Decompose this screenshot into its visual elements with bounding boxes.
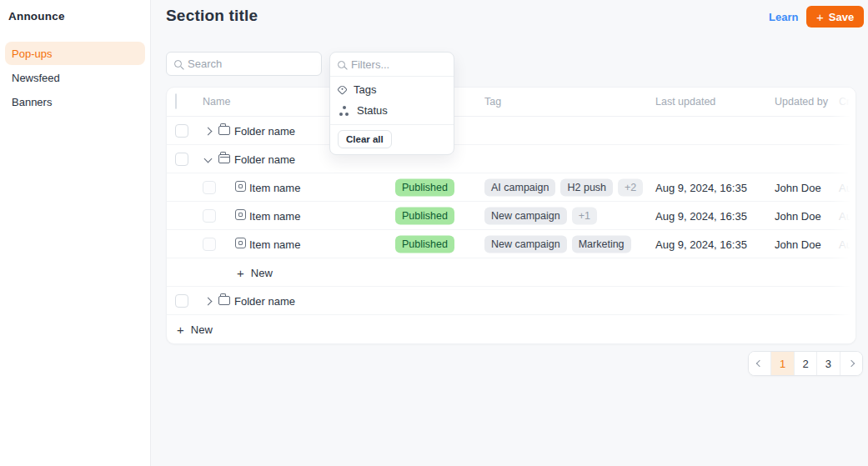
cell-updated-by-wrap: John Doe xyxy=(775,181,821,193)
item-row[interactable]: Item namePublishedAI campaignH2 push+2Au… xyxy=(167,173,855,202)
tag-pill: New campaign xyxy=(484,207,567,224)
plus-icon: + xyxy=(816,11,824,23)
filters-dropdown: TagsStatus Clear all xyxy=(329,52,454,155)
cell-updated-by-wrap: John Doe xyxy=(775,238,821,250)
row-checkbox[interactable] xyxy=(175,153,188,166)
row-checkbox[interactable] xyxy=(203,209,216,223)
item-icon-wrap xyxy=(235,237,246,252)
page-number-3[interactable]: 3 xyxy=(817,352,840,375)
folder-name-label: Folder name xyxy=(234,294,295,307)
item-row[interactable]: Item namePublishedNew campaign+1Aug 9, 2… xyxy=(167,202,855,230)
chevron-right-icon-wrap xyxy=(205,293,211,308)
folder-icon-wrap xyxy=(218,293,230,308)
search-input[interactable] xyxy=(188,58,314,70)
cell-updated-by: John Doe xyxy=(775,209,821,222)
folder-name-label-wrap: Folder name xyxy=(234,294,295,307)
item-name-label-wrap: Item name xyxy=(249,209,300,222)
row-checkbox-wrap xyxy=(203,209,216,223)
chevron-right-icon[interactable] xyxy=(205,293,211,308)
item-name-label: Item name xyxy=(249,209,300,222)
table-body: Folder nameFolder nameItem namePublished… xyxy=(167,117,855,343)
cell-created: Aug xyxy=(839,209,856,222)
status-badge: Published xyxy=(395,235,454,253)
status-icon xyxy=(339,105,349,116)
folder-row[interactable]: Folder name xyxy=(167,145,855,173)
item-name-label-wrap: Item name xyxy=(249,181,300,193)
cell-created-wrap: Aug xyxy=(839,238,856,250)
item-name-label-wrap: Item name xyxy=(249,238,300,250)
folder-row[interactable]: Folder name xyxy=(167,287,855,315)
learn-link[interactable]: Learn xyxy=(769,11,798,23)
add-new-button-wrap: +New xyxy=(237,266,273,278)
select-all-checkbox[interactable] xyxy=(175,93,177,109)
folder-row[interactable]: Folder name xyxy=(167,117,855,145)
folder-icon xyxy=(218,296,230,305)
chevron-right-icon[interactable] xyxy=(205,123,211,138)
add-new-button-wrap: +New xyxy=(177,323,213,336)
page-prev-button[interactable] xyxy=(749,352,771,375)
table-header: NameTagLast updatedUpdated byCre xyxy=(167,88,855,117)
page-title: Section title xyxy=(166,7,258,25)
page-number-1[interactable]: 1 xyxy=(771,352,794,375)
item-icon-wrap xyxy=(235,180,246,195)
page-next-button[interactable] xyxy=(840,352,862,375)
row-checkbox-wrap xyxy=(175,124,188,138)
chevron-right-icon-wrap xyxy=(205,123,211,138)
add-new-row: +New xyxy=(167,315,855,343)
cell-created-wrap: Aug xyxy=(839,181,856,193)
save-button[interactable]: + Save xyxy=(806,6,864,28)
search-icon xyxy=(338,61,345,68)
item-row[interactable]: Item namePublishedNew campaignMarketingA… xyxy=(167,230,855,258)
clear-all-button[interactable]: Clear all xyxy=(338,130,392,148)
cell-last-updated: Aug 9, 2024, 16:35 xyxy=(655,238,747,250)
pagination: 123 xyxy=(748,351,863,376)
chevron-down-icon[interactable] xyxy=(205,152,211,167)
tag-list-wrap: New campaign+1 xyxy=(484,207,597,224)
folder-open-icon xyxy=(218,154,230,163)
add-new-button[interactable]: +New xyxy=(177,323,213,336)
row-checkbox-wrap xyxy=(175,294,188,308)
cell-last-updated-wrap: Aug 9, 2024, 16:35 xyxy=(655,181,747,193)
page-number-2[interactable]: 2 xyxy=(795,352,817,375)
add-new-row: +New xyxy=(167,258,855,287)
menu-item-status[interactable]: Status xyxy=(330,100,454,121)
tag-list-wrap: New campaignMarketing xyxy=(484,235,631,253)
search-icon xyxy=(174,60,182,68)
cell-last-updated-wrap: Aug 9, 2024, 16:35 xyxy=(655,209,747,222)
filters-input[interactable] xyxy=(351,58,446,71)
chevron-right-icon xyxy=(848,360,855,367)
sidebar-item-banners[interactable]: Banners xyxy=(5,90,145,113)
column-header-last_updated: Last updated xyxy=(655,96,715,108)
row-checkbox[interactable] xyxy=(203,181,216,194)
folder-name-label: Folder name xyxy=(234,124,295,137)
status-badge-wrap: Published xyxy=(395,178,454,196)
tag-pill: New campaign xyxy=(484,235,567,253)
menu-item-tags[interactable]: Tags xyxy=(330,79,454,100)
folder-name-label: Folder name xyxy=(234,153,295,165)
menu-item-label: Status xyxy=(357,104,388,117)
cell-last-updated: Aug 9, 2024, 16:35 xyxy=(655,181,747,193)
tag-pill: Marketing xyxy=(572,235,631,253)
status-badge-wrap: Published xyxy=(395,235,454,253)
chevron-left-icon xyxy=(756,360,763,367)
tag-list: New campaign+1 xyxy=(484,207,597,224)
row-checkbox[interactable] xyxy=(203,238,216,251)
add-new-button[interactable]: +New xyxy=(237,266,273,278)
row-checkbox[interactable] xyxy=(175,124,188,138)
column-header-name: Name xyxy=(203,96,230,108)
plus-icon: + xyxy=(177,323,184,336)
tag-list: New campaignMarketing xyxy=(484,235,631,253)
menu-divider xyxy=(330,124,454,125)
status-badge: Published xyxy=(395,178,454,196)
sidebar-item-newsfeed[interactable]: Newsfeed xyxy=(5,66,145,89)
add-new-label: New xyxy=(191,323,213,336)
menu-item-label: Tags xyxy=(354,83,376,96)
filters-search-box[interactable] xyxy=(330,53,454,77)
plus-icon: + xyxy=(237,266,244,278)
sidebar-item-pop-ups[interactable]: Pop-ups xyxy=(5,42,145,65)
search-box[interactable] xyxy=(166,52,322,76)
item-icon xyxy=(235,181,246,192)
cell-created: Aug xyxy=(839,181,856,193)
row-checkbox[interactable] xyxy=(175,294,188,308)
chevron-down-icon-wrap xyxy=(205,152,211,167)
